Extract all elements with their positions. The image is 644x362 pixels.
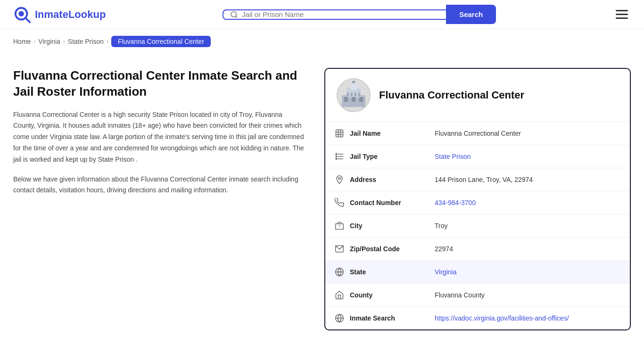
search-bar: Search	[223, 5, 496, 24]
info-row-inmate-search: Inmate Searchhttps://vadoc.virginia.gov/…	[325, 307, 630, 329]
svg-rect-10	[359, 97, 363, 102]
hamburger-menu[interactable]	[613, 7, 631, 22]
logo-text: InmateLookup	[35, 8, 106, 21]
info-rows: Jail NameFluvanna Correctional CenterJai…	[325, 122, 630, 329]
breadcrumb-current: Fluvanna Correctional Center	[111, 36, 211, 47]
facility-card: Fluvanna Correctional Center Jail NameFl…	[324, 68, 631, 330]
county-icon	[325, 284, 350, 306]
header: InmateLookup Search	[0, 0, 644, 29]
info-link-inmate-search[interactable]: https://vadoc.virginia.gov/facilities-an…	[435, 314, 569, 322]
hamburger-line-3	[616, 17, 628, 19]
info-row-county: CountyFluvanna County	[325, 284, 630, 307]
chevron-icon-1: ›	[33, 38, 35, 45]
svg-rect-13	[347, 93, 349, 97]
info-label-jail-type: Jail Type	[350, 146, 430, 167]
info-value-county: Fluvanna County	[430, 285, 630, 305]
pin-icon	[325, 168, 350, 191]
facility-name-heading: Fluvanna Correctional Center	[379, 89, 524, 101]
info-row-address: Address144 Prison Lane, Troy, VA, 22974	[325, 168, 630, 191]
logo-part1: Inmate	[35, 8, 68, 20]
logo-link[interactable]: InmateLookup	[13, 6, 106, 24]
svg-rect-15	[355, 93, 356, 97]
info-row-zip: Zip/Postal Code22974	[325, 238, 630, 261]
breadcrumb-virginia[interactable]: Virginia	[38, 38, 60, 45]
svg-point-26	[336, 156, 337, 157]
svg-rect-17	[336, 130, 343, 137]
svg-point-27	[336, 158, 337, 160]
info-value-zip: 22974	[430, 239, 630, 259]
phone-icon	[325, 191, 350, 214]
info-row-state: StateVirginia	[325, 261, 630, 284]
info-value-state[interactable]: Virginia	[430, 262, 630, 282]
info-value-jail-name: Fluvanna Correctional Center	[430, 123, 630, 144]
breadcrumb-home[interactable]: Home	[13, 38, 31, 45]
chevron-icon-2: ›	[63, 38, 65, 45]
chevron-icon-3: ›	[107, 38, 108, 45]
page-desc-1: Fluvanna Correctional Center is a high s…	[13, 109, 305, 165]
info-label-jail-name: Jail Name	[350, 123, 430, 144]
info-label-inmate-search: Inmate Search	[350, 308, 430, 329]
svg-rect-9	[352, 97, 355, 102]
info-label-contact: Contact Number	[350, 192, 430, 213]
info-row-jail-name: Jail NameFluvanna Correctional Center	[325, 122, 630, 145]
info-link-contact[interactable]: 434-984-3700	[435, 199, 476, 206]
right-column: Fluvanna Correctional Center Jail NameFl…	[324, 68, 631, 330]
breadcrumb: Home › Virginia › State Prison › Fluvann…	[0, 29, 644, 54]
svg-rect-16	[358, 93, 360, 97]
jail-icon	[325, 122, 350, 145]
svg-rect-7	[350, 83, 357, 90]
city-icon	[325, 214, 350, 237]
info-label-county: County	[350, 285, 430, 305]
search-icon	[230, 10, 238, 19]
info-row-jail-type: Jail TypeState Prison	[325, 145, 630, 168]
info-link-state[interactable]: Virginia	[435, 268, 456, 276]
svg-rect-8	[344, 97, 348, 102]
svg-rect-12	[352, 81, 355, 82]
page-desc-2: Below we have given information about th…	[13, 174, 305, 197]
info-label-zip: Zip/Postal Code	[350, 239, 430, 259]
globe-icon	[325, 261, 350, 283]
info-value-inmate-search[interactable]: https://vadoc.virginia.gov/facilities-an…	[430, 308, 630, 329]
globe2-icon	[325, 307, 350, 329]
hamburger-line-2	[616, 14, 628, 15]
info-label-city: City	[350, 215, 430, 236]
info-value-contact[interactable]: 434-984-3700	[430, 192, 630, 213]
svg-rect-29	[336, 224, 344, 230]
logo-part2: Lookup	[68, 8, 106, 20]
facility-building-icon	[339, 81, 368, 109]
search-button[interactable]: Search	[446, 5, 496, 24]
svg-point-1	[18, 11, 24, 16]
info-link-jail-type[interactable]: State Prison	[435, 153, 471, 160]
info-value-jail-type[interactable]: State Prison	[430, 146, 630, 167]
main-content: Fluvanna Correctional Center Inmate Sear…	[0, 54, 644, 349]
svg-line-2	[26, 18, 30, 22]
logo-icon	[13, 6, 31, 24]
list-icon	[325, 145, 350, 168]
svg-rect-14	[351, 93, 353, 97]
facility-avatar	[337, 78, 371, 112]
page-title: Fluvanna Correctional Center Inmate Sear…	[13, 68, 305, 100]
info-row-city: CityTroy	[325, 214, 630, 238]
breadcrumb-state-prison[interactable]: State Prison	[68, 38, 104, 45]
info-value-city: Troy	[430, 215, 630, 236]
svg-point-25	[336, 154, 337, 155]
info-value-address: 144 Prison Lane, Troy, VA, 22974	[430, 169, 630, 190]
info-row-contact: Contact Number434-984-3700	[325, 191, 630, 214]
left-column: Fluvanna Correctional Center Inmate Sear…	[13, 68, 324, 330]
svg-line-4	[236, 16, 237, 17]
svg-point-28	[339, 177, 340, 179]
card-header: Fluvanna Correctional Center	[325, 69, 630, 122]
search-input[interactable]	[242, 10, 439, 18]
hamburger-line-1	[616, 10, 628, 11]
envelope-icon	[325, 238, 350, 260]
info-label-address: Address	[350, 169, 430, 190]
info-label-state: State	[350, 262, 430, 282]
search-input-wrap	[223, 9, 446, 20]
